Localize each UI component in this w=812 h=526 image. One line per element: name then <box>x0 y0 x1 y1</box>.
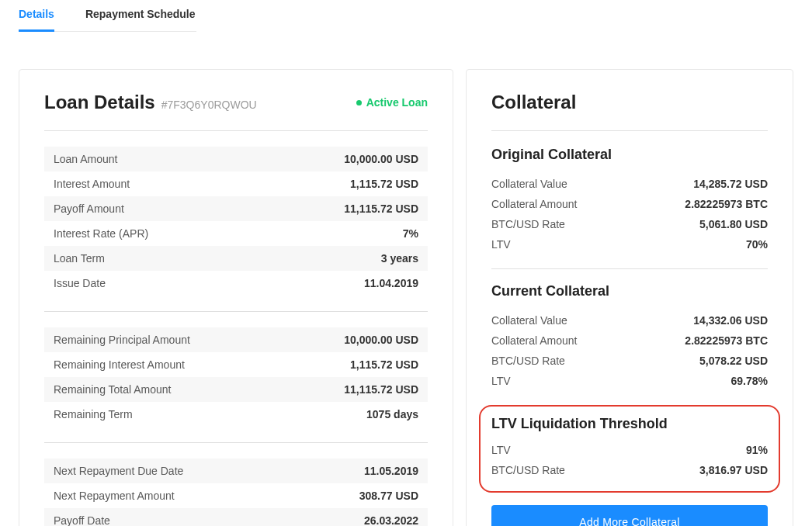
loan-section-3: Next Repayment Due Date11.05.2019 Next R… <box>44 459 428 526</box>
kv-row: LTV70% <box>491 234 768 254</box>
table-row: Remaining Interest Amount1,115.72 USD <box>44 352 428 377</box>
tab-repayment-schedule[interactable]: Repayment Schedule <box>85 0 196 31</box>
loan-section-2: Remaining Principal Amount10,000.00 USD … <box>44 327 428 427</box>
table-row: Interest Amount1,115.72 USD <box>44 171 428 196</box>
table-row: Loan Term3 years <box>44 246 428 271</box>
kv-label: Collateral Amount <box>491 198 578 210</box>
table-row: Remaining Term1075 days <box>44 402 428 427</box>
original-collateral-heading: Original Collateral <box>491 147 768 163</box>
kv-row: LTV91% <box>491 440 768 460</box>
row-label: Payoff Amount <box>54 202 124 215</box>
row-value: 10,000.00 USD <box>344 334 418 346</box>
kv-value: 14,285.72 USD <box>693 178 768 190</box>
kv-value: 2.82225973 BTC <box>685 334 768 347</box>
row-value: 11.05.2019 <box>364 465 418 477</box>
divider <box>44 311 428 312</box>
kv-value: 3,816.97 USD <box>699 464 768 476</box>
current-collateral-section: Current Collateral Collateral Value14,33… <box>491 283 768 391</box>
row-value: 3 years <box>381 252 418 265</box>
kv-row: BTC/USD Rate3,816.97 USD <box>491 460 768 480</box>
table-row: Loan Amount10,000.00 USD <box>44 147 428 171</box>
divider <box>44 442 428 443</box>
table-row: Remaining Total Amount11,115.72 USD <box>44 377 428 402</box>
status-dot-icon <box>356 100 362 106</box>
row-value: 1075 days <box>366 408 418 420</box>
kv-label: Collateral Value <box>491 314 567 327</box>
row-value: 11,115.72 USD <box>344 383 418 396</box>
row-label: Interest Amount <box>54 178 130 190</box>
kv-value: 69.78% <box>731 375 768 387</box>
row-label: Loan Amount <box>54 153 118 165</box>
original-collateral-section: Original Collateral Collateral Value14,2… <box>491 147 768 254</box>
row-label: Interest Rate (APR) <box>54 227 148 240</box>
kv-value: 91% <box>746 444 768 456</box>
kv-row: Collateral Amount2.82225973 BTC <box>491 330 768 351</box>
kv-row: BTC/USD Rate5,078.22 USD <box>491 351 768 371</box>
kv-label: LTV <box>491 444 511 456</box>
kv-label: BTC/USD Rate <box>491 218 565 230</box>
row-label: Remaining Term <box>54 408 133 420</box>
row-label: Payoff Date <box>54 514 110 526</box>
row-label: Remaining Principal Amount <box>54 334 190 346</box>
row-value: 10,000.00 USD <box>344 153 418 165</box>
table-row: Next Repayment Due Date11.05.2019 <box>44 459 428 483</box>
tabs: Details Repayment Schedule <box>19 0 196 32</box>
table-row: Remaining Principal Amount10,000.00 USD <box>44 327 428 352</box>
kv-label: LTV <box>491 375 511 387</box>
kv-value: 5,061.80 USD <box>699 218 768 230</box>
kv-value: 5,078.22 USD <box>699 355 768 367</box>
row-value: 11.04.2019 <box>364 277 418 289</box>
kv-row: BTC/USD Rate5,061.80 USD <box>491 214 768 234</box>
row-value: 1,115.72 USD <box>350 358 418 371</box>
row-value: 1,115.72 USD <box>350 178 418 190</box>
kv-row: LTV69.78% <box>491 371 768 391</box>
table-row: Payoff Amount11,115.72 USD <box>44 196 428 221</box>
loan-title-row: Loan Details #7F3Q6Y0RQWOU Active Loan <box>44 92 428 131</box>
loan-status-label: Active Loan <box>366 96 428 109</box>
loan-details-title: Loan Details <box>44 92 155 113</box>
row-label: Remaining Interest Amount <box>54 358 185 371</box>
row-label: Next Repayment Amount <box>54 490 175 502</box>
ltv-liquidation-threshold-section: LTV Liquidation Threshold LTV91% BTC/USD… <box>479 405 780 493</box>
loan-section-1: Loan Amount10,000.00 USD Interest Amount… <box>44 147 428 296</box>
kv-row: Collateral Amount2.82225973 BTC <box>491 194 768 214</box>
divider <box>491 268 768 269</box>
ltv-liquidation-heading: LTV Liquidation Threshold <box>491 416 768 432</box>
row-label: Issue Date <box>54 277 106 289</box>
row-value: 308.77 USD <box>359 490 418 502</box>
kv-label: Collateral Value <box>491 178 567 190</box>
table-row: Issue Date11.04.2019 <box>44 271 428 296</box>
table-row: Next Repayment Amount308.77 USD <box>44 483 428 508</box>
kv-label: BTC/USD Rate <box>491 464 565 476</box>
kv-label: LTV <box>491 238 511 251</box>
current-collateral-heading: Current Collateral <box>491 283 768 299</box>
kv-row: Collateral Value14,332.06 USD <box>491 310 768 330</box>
tab-details[interactable]: Details <box>19 0 54 32</box>
row-label: Next Repayment Due Date <box>54 465 183 477</box>
table-row: Interest Rate (APR)7% <box>44 221 428 246</box>
kv-value: 14,332.06 USD <box>693 314 768 327</box>
row-value: 11,115.72 USD <box>344 202 418 215</box>
loan-details-card: Loan Details #7F3Q6Y0RQWOU Active Loan L… <box>19 69 453 526</box>
collateral-title: Collateral <box>491 92 576 113</box>
kv-label: Collateral Amount <box>491 334 578 347</box>
kv-value: 2.82225973 BTC <box>685 198 768 210</box>
add-more-collateral-button[interactable]: Add More Collateral <box>491 505 768 526</box>
row-value: 7% <box>403 227 418 240</box>
row-value: 26.03.2022 <box>364 514 418 526</box>
loan-id: #7F3Q6Y0RQWOU <box>161 99 257 111</box>
kv-value: 70% <box>746 238 768 251</box>
row-label: Remaining Total Amount <box>54 383 172 396</box>
table-row: Payoff Date26.03.2022 <box>44 508 428 526</box>
loan-status: Active Loan <box>356 96 428 109</box>
kv-label: BTC/USD Rate <box>491 355 565 367</box>
row-label: Loan Term <box>54 252 105 265</box>
kv-row: Collateral Value14,285.72 USD <box>491 174 768 194</box>
collateral-card: Collateral Original Collateral Collatera… <box>466 69 793 526</box>
